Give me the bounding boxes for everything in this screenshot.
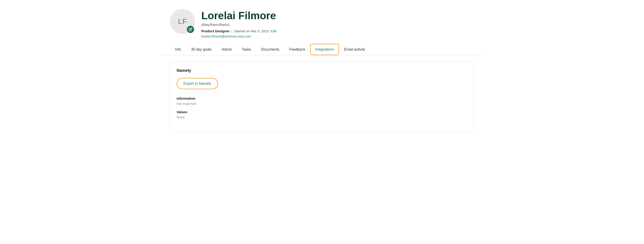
main-content: Namely Export to Namely Information Not … xyxy=(161,55,483,138)
edit-avatar-button[interactable] xyxy=(187,26,194,33)
role-separator: | xyxy=(232,29,232,33)
avatar-container: LF xyxy=(170,9,195,34)
tab-info[interactable]: Info xyxy=(170,44,186,55)
export-to-namely-button[interactable]: Export to Namely xyxy=(176,78,218,89)
avatar-initials: LF xyxy=(178,17,187,26)
profile-info: Lorelai Filmore (they/them/theirs) Produ… xyxy=(201,9,474,38)
tab-documents[interactable]: Documents xyxy=(256,44,284,55)
integrations-card: Namely Export to Namely Information Not … xyxy=(170,62,474,132)
profile-role: Product Designer xyxy=(201,29,230,33)
information-label: Information xyxy=(176,97,468,100)
profile-header: LF Lorelai Filmore (they/them/theirs) Pr… xyxy=(161,0,483,44)
profile-pronouns: (they/them/theirs) xyxy=(201,23,474,27)
tab-tasks[interactable]: Tasks xyxy=(237,44,256,55)
profile-name: Lorelai Filmore xyxy=(201,10,474,21)
tab-integrations[interactable]: Integrations xyxy=(310,44,339,55)
information-section: Information Not exported Values None xyxy=(176,97,468,119)
navigation-tabs: Info 30 day goals Admin Tasks Documents … xyxy=(161,44,483,55)
values-label: Values xyxy=(176,110,468,114)
values-value: None xyxy=(176,115,468,119)
tab-feedback[interactable]: Feedback xyxy=(284,44,310,55)
profile-email[interactable]: lorelai.filmore@omniva-corp.com xyxy=(201,34,251,38)
tab-admin[interactable]: Admin xyxy=(216,44,237,55)
tab-30-day-goals[interactable]: 30 day goals xyxy=(186,44,217,55)
profile-start-date: Started on Mar 3, 2023 xyxy=(234,29,269,33)
section-title: Namely xyxy=(176,68,468,73)
tab-email-activity[interactable]: Email activity xyxy=(339,44,370,55)
profile-role-line: Product Designer | Started on Mar 3, 202… xyxy=(201,29,474,33)
information-value: Not exported xyxy=(176,102,468,106)
edit-profile-link[interactable]: Edit xyxy=(270,29,276,33)
